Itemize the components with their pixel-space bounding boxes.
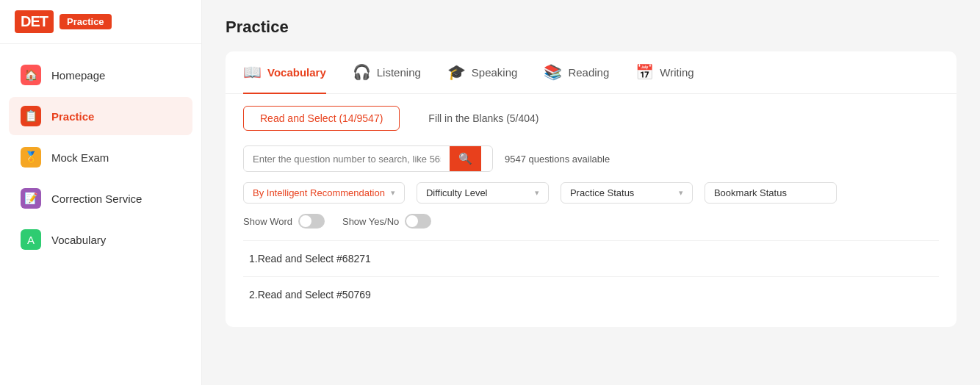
question-item-q2[interactable]: 2.Read and Select #50769: [243, 276, 939, 312]
filter-bookmark[interactable]: Bookmark Status: [705, 182, 837, 204]
search-input-wrap: 🔍: [243, 145, 493, 172]
mock-exam-icon: 🏅: [21, 147, 41, 168]
logo-practice-badge: Practice: [60, 14, 112, 29]
sidebar: DET Practice 🏠 Homepage 📋 Practice 🏅 Moc…: [0, 0, 202, 385]
vocabulary-tab-label: Vocabulary: [267, 66, 326, 79]
tab-writing[interactable]: 📅 Writing: [635, 51, 693, 94]
sidebar-item-correction[interactable]: 📝 Correction Service: [9, 179, 192, 217]
question-item-q1[interactable]: 1.Read and Select #68271: [243, 240, 939, 276]
sidebar-item-mock-exam[interactable]: 🏅 Mock Exam: [9, 138, 192, 176]
toggle-show-yesno[interactable]: [405, 214, 431, 229]
homepage-icon: 🏠: [21, 65, 41, 85]
vocabulary-icon: A: [21, 229, 41, 250]
sidebar-label-mock-exam: Mock Exam: [51, 151, 109, 164]
search-row: 🔍 9547 questions available: [243, 145, 939, 172]
sub-tab-fill-blanks[interactable]: Fill in the Blanks (5/404): [411, 106, 555, 131]
sidebar-label-correction: Correction Service: [51, 192, 142, 205]
listening-tab-label: Listening: [377, 66, 421, 79]
sidebar-label-homepage: Homepage: [51, 69, 105, 82]
questions-count: 9547 questions available: [505, 154, 610, 165]
filters-row: By Intelligent Recommendation ▾ Difficul…: [243, 182, 939, 204]
page-title: Practice: [226, 18, 956, 37]
correction-icon: 📝: [21, 188, 41, 209]
toggle-show-word[interactable]: [298, 214, 325, 229]
filter-chevron-difficulty: ▾: [535, 188, 539, 198]
tab-speaking[interactable]: 🎓 Speaking: [447, 51, 518, 94]
toggle-wrap-show-yesno: Show Yes/No: [342, 214, 431, 229]
reading-tab-icon: 📚: [544, 63, 562, 81]
filter-label-difficulty: Difficulty Level: [426, 187, 488, 198]
reading-tab-label: Reading: [568, 66, 609, 79]
sub-tabs: Read and Select (14/9547)Fill in the Bla…: [226, 94, 956, 131]
sidebar-item-vocabulary[interactable]: A Vocabulary: [9, 220, 192, 259]
tab-reading[interactable]: 📚 Reading: [544, 51, 609, 94]
speaking-tab-label: Speaking: [472, 66, 518, 79]
tab-listening[interactable]: 🎧 Listening: [353, 51, 421, 94]
main-content: Practice 📖 Vocabulary 🎧 Listening 🎓 Spea…: [202, 0, 980, 385]
toggle-row: Show Word Show Yes/No: [243, 214, 939, 229]
writing-tab-label: Writing: [660, 66, 693, 79]
filter-label-recommendation: By Intelligent Recommendation: [253, 187, 385, 198]
search-icon: 🔍: [458, 152, 472, 165]
sub-tab-read-select[interactable]: Read and Select (14/9547): [243, 106, 400, 131]
tabs-bar: 📖 Vocabulary 🎧 Listening 🎓 Speaking 📚 Re…: [226, 51, 956, 94]
search-input[interactable]: [244, 148, 450, 170]
filter-label-status: Practice Status: [570, 187, 634, 198]
sidebar-label-practice: Practice: [51, 110, 94, 123]
content-area: 🔍 9547 questions available By Intelligen…: [226, 131, 956, 327]
listening-tab-icon: 🎧: [353, 63, 371, 81]
logo-det: DET: [15, 10, 54, 33]
filter-difficulty[interactable]: Difficulty Level ▾: [417, 182, 549, 204]
vocabulary-tab-icon: 📖: [243, 63, 262, 81]
tab-vocabulary[interactable]: 📖 Vocabulary: [243, 51, 326, 94]
sidebar-item-practice[interactable]: 📋 Practice: [9, 97, 192, 135]
toggle-label-show-word: Show Word: [243, 216, 292, 227]
filter-status[interactable]: Practice Status ▾: [561, 182, 693, 204]
question-list: 1.Read and Select #682712.Read and Selec…: [243, 240, 939, 312]
filter-label-bookmark: Bookmark Status: [714, 187, 787, 198]
sidebar-nav: 🏠 Homepage 📋 Practice 🏅 Mock Exam 📝 Corr…: [0, 44, 201, 270]
toggle-label-show-yesno: Show Yes/No: [342, 216, 399, 227]
filter-recommendation[interactable]: By Intelligent Recommendation ▾: [243, 182, 405, 204]
filter-chevron-status: ▾: [679, 188, 683, 198]
toggle-wrap-show-word: Show Word: [243, 214, 325, 229]
practice-icon: 📋: [21, 106, 41, 126]
filter-chevron-recommendation: ▾: [391, 188, 395, 198]
search-button[interactable]: 🔍: [450, 146, 481, 171]
speaking-tab-icon: 🎓: [447, 63, 466, 81]
writing-tab-icon: 📅: [635, 63, 654, 81]
sidebar-item-homepage[interactable]: 🏠 Homepage: [9, 56, 192, 94]
sidebar-label-vocabulary: Vocabulary: [51, 234, 106, 246]
sidebar-logo: DET Practice: [0, 0, 201, 44]
